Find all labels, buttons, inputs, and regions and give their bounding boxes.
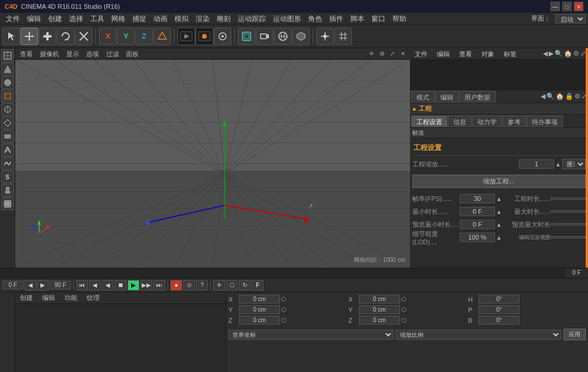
coord-x-input[interactable] [239,295,280,303]
props-scale-value-field[interactable]: 1 [519,159,554,169]
props-settings-icon[interactable]: ⚙ [575,93,580,100]
menu-motion-track[interactable]: 运动跟踪 [234,13,269,25]
props-preview-min-stepper[interactable]: ▲ [496,221,502,228]
menu-anim[interactable]: 动画 [150,13,171,25]
toolbar-x-axis-btn[interactable]: X [99,28,117,45]
pb-step-up-btn[interactable]: ▶ [37,280,49,291]
left-btn-8[interactable] [1,157,14,170]
menu-tools[interactable]: 工具 [87,13,108,25]
menu-edit[interactable]: 编辑 [23,13,45,25]
vp-icon-settings[interactable]: ⚙ [377,49,387,59]
props-back-btn[interactable]: ◀ [541,93,545,100]
toolbar-render-settings-btn[interactable] [214,28,231,45]
props-fps-stepper[interactable]: ▲ [496,196,502,202]
pb-minus-btn[interactable]: ⬡ [226,280,238,291]
coord-p-input[interactable] [478,305,519,314]
props-userdata-tab[interactable]: 用户数据 [459,91,495,103]
coord-rx-input[interactable] [359,295,400,303]
om-menu-view[interactable]: 查看 [457,48,474,60]
props-scale-stepper-up[interactable]: ▲ [555,161,561,168]
left-btn-10[interactable] [1,184,14,197]
vp-icon-close[interactable]: ✕ [398,49,408,59]
props-search-icon[interactable]: 🔍 [546,93,555,100]
pb-frame-btn[interactable]: F [252,280,264,291]
props-scale-unit-select[interactable]: 厘米 [562,159,586,169]
toolbar-z-axis-btn[interactable]: Z [135,28,153,45]
pb-play-btn[interactable]: ▶ [128,280,139,291]
toolbar-all-axis-btn[interactable] [153,28,171,45]
toolbar-y-axis-btn[interactable]: Y [117,28,135,45]
props-tab-ref[interactable]: 参考 [502,115,526,127]
toolbar-render-btn[interactable] [196,28,213,45]
pb-next-btn[interactable]: ▶▶ [141,280,152,291]
left-btn-3[interactable] [1,90,14,103]
toolbar-scene-btn[interactable] [274,28,292,45]
om-settings-icon[interactable]: ⚙ [573,50,579,57]
coords-apply-btn[interactable]: 应用 [563,329,586,340]
pb-plus-btn[interactable]: ✛ [213,280,225,291]
om-menu-tag[interactable]: 标签 [501,48,519,60]
pb-prev-frame-btn[interactable]: ◀ [89,280,101,291]
om-forward-btn[interactable]: ▶ [549,50,553,57]
props-lock-icon[interactable]: 🔒 [565,93,573,100]
om-search-icon[interactable]: 🔍 [555,50,563,57]
pb-loop-btn[interactable]: ↻ [239,280,251,291]
menu-mograph[interactable]: 运动图形 [269,13,305,25]
props-fps-value[interactable]: 30 [460,194,495,203]
maximize-button[interactable]: □ [562,2,572,11]
props-tab-info[interactable]: 信息 [448,115,471,127]
props-tab-todo[interactable]: 待办事项 [527,115,563,127]
anim-tab-edit[interactable]: 编辑 [40,293,57,302]
menu-plugins[interactable]: 插件 [326,13,347,25]
toolbar-camera-btn[interactable] [256,28,274,45]
toolbar-transform-btn[interactable] [75,28,93,45]
props-preview-min-value[interactable]: 0 F [460,220,495,229]
menu-character[interactable]: 角色 [305,13,326,25]
props-project-time-value[interactable] [551,197,586,200]
left-btn-0[interactable] [1,49,14,62]
pb-last-frame-btn[interactable]: ⏭ [153,280,165,291]
toolbar-render-view-btn[interactable] [177,28,195,45]
props-preview-max-value[interactable] [551,223,586,226]
menu-mesh[interactable]: 网格 [108,13,129,25]
pb-help-btn[interactable]: ? [196,280,208,291]
props-scale-project-btn[interactable]: 缩放工程... [412,175,586,188]
menu-script[interactable]: 脚本 [347,13,368,25]
left-btn-2[interactable] [1,76,14,89]
props-tab-dynamics[interactable]: 动力学 [472,115,502,127]
toolbar-select-btn[interactable] [2,28,20,45]
menu-sim[interactable]: 模拟 [171,13,192,25]
left-btn-11[interactable] [1,197,14,210]
coord-y-input[interactable] [239,305,280,314]
left-btn-7[interactable] [1,144,14,156]
left-btn-1[interactable] [1,63,14,76]
toolbar-rotate-btn[interactable] [57,28,74,45]
viewport-canvas[interactable]: 透视视图 [15,60,410,268]
left-btn-9[interactable]: S [1,170,14,183]
anim-tab-func[interactable]: 功能 [62,293,80,302]
pb-first-frame-btn[interactable]: ⏮ [76,280,88,291]
coord-ry-icon[interactable]: ⬡ [401,306,406,313]
interface-select[interactable]: 启动 [555,14,586,23]
pb-autokey-btn[interactable]: ⊙ [183,280,195,291]
props-render-value[interactable] [551,236,586,238]
menu-render[interactable]: 渲染 [192,13,213,25]
om-menu-edit[interactable]: 编辑 [435,48,452,60]
props-min-time-value[interactable]: 0 F [460,207,495,216]
toolbar-scale-btn[interactable] [39,28,56,45]
left-btn-6[interactable] [1,130,14,143]
menu-snap[interactable]: 捕捉 [129,13,150,25]
anim-tab-create[interactable]: 创建 [18,293,35,302]
toolbar-move-btn[interactable] [20,28,38,45]
toolbar-solid-btn[interactable] [292,28,310,45]
props-tab-project-settings[interactable]: 工程设置 [411,115,447,127]
props-mode-tab[interactable]: 模式 [411,91,435,103]
left-btn-4[interactable] [1,103,14,116]
coords-scale-select[interactable]: 缩放比例 [396,330,561,340]
menu-select[interactable]: 选择 [66,13,87,25]
coord-rz-icon[interactable]: ⬡ [401,317,406,323]
props-max-time-value[interactable] [551,210,586,213]
props-home-icon[interactable]: 🏠 [556,93,564,100]
toolbar-perspective-btn[interactable] [238,28,255,45]
coords-world-select[interactable]: 世界坐标 [228,330,394,340]
